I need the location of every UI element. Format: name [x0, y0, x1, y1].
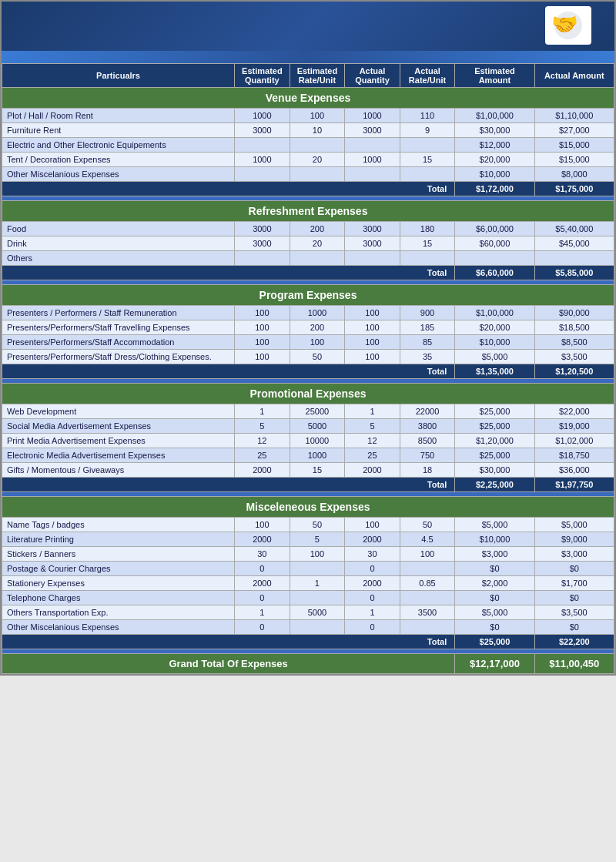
act-amount: $3,500 [534, 605, 614, 620]
est-amount: $0 [455, 591, 534, 605]
act-amount: $19,000 [534, 419, 614, 434]
est-amount: $25,000 [455, 404, 534, 419]
act-qty: 1 [345, 404, 400, 419]
logo: 🤝 [545, 6, 591, 45]
header: 🤝 [2, 2, 614, 51]
row-label: Others [2, 251, 235, 266]
est-amount: $1,00,000 [455, 306, 534, 320]
act-amount: $0 [534, 591, 614, 605]
est-qty: 2000 [235, 532, 290, 547]
est-rate: 1 [290, 576, 345, 591]
row-label: Other Miscelanious Expenses [2, 620, 235, 635]
table-row: Plot / Hall / Room Rent 1000 100 1000 11… [2, 109, 614, 123]
act-qty: 5 [345, 419, 400, 434]
col-act-qty: Actual Quantity [345, 64, 400, 88]
table-row: Drink 3000 20 3000 15 $60,000 $45,000 [2, 236, 614, 251]
row-label: Social Media Advertisement Expenses [2, 419, 235, 434]
est-amount: $10,000 [455, 532, 534, 547]
est-rate: 10000 [290, 434, 345, 448]
act-qty: 100 [345, 350, 400, 364]
total-est: $2,25,000 [455, 478, 534, 492]
act-amount: $15,000 [534, 138, 614, 153]
act-amount: $36,000 [534, 463, 614, 478]
act-rate: 180 [400, 222, 455, 236]
est-qty: 100 [235, 320, 290, 335]
act-qty [345, 167, 400, 182]
est-amount: $30,000 [455, 463, 534, 478]
act-amount: $18,750 [534, 448, 614, 463]
est-qty: 3000 [235, 123, 290, 138]
est-rate: 5000 [290, 605, 345, 620]
total-act: $1,75,000 [534, 182, 614, 196]
act-qty: 100 [345, 306, 400, 320]
est-rate [290, 620, 345, 635]
est-qty: 1000 [235, 153, 290, 167]
act-qty [345, 251, 400, 266]
act-qty: 2000 [345, 463, 400, 478]
row-label: Presenters/Performers/Staff Travelling E… [2, 320, 235, 335]
est-amount: $12,000 [455, 138, 534, 153]
est-qty: 0 [235, 591, 290, 605]
est-rate: 100 [290, 109, 345, 123]
grand-total-row: Grand Total Of Expenses $12,17,000 $11,0… [2, 654, 614, 674]
expenses-table: Particualrs Estimated Quantity Estimated… [2, 63, 614, 674]
act-amount: $0 [534, 562, 614, 576]
act-amount: $1,10,000 [534, 109, 614, 123]
table-row: Other Miscelanious Expenses 0 0 $0 $0 [2, 620, 614, 635]
table-row: Stickers / Banners 30 100 30 100 $3,000 … [2, 547, 614, 562]
act-qty: 1 [345, 605, 400, 620]
grand-total-label: Grand Total Of Expenses [2, 654, 455, 674]
table-row: Food 3000 200 3000 180 $6,00,000 $5,40,0… [2, 222, 614, 236]
est-rate: 200 [290, 222, 345, 236]
est-amount: $5,000 [455, 605, 534, 620]
row-label: Stationery Expenses [2, 576, 235, 591]
table-row: Furniture Rent 3000 10 3000 9 $30,000 $2… [2, 123, 614, 138]
est-qty: 3000 [235, 222, 290, 236]
act-qty: 2000 [345, 576, 400, 591]
row-label: Other Miscelanious Expenses [2, 167, 235, 182]
act-amount: $90,000 [534, 306, 614, 320]
table-row: Presenters/Performers/Staff Accommodatio… [2, 335, 614, 350]
col-est-qty: Estimated Quantity [235, 64, 290, 88]
est-rate: 200 [290, 320, 345, 335]
act-amount: $15,000 [534, 153, 614, 167]
est-amount: $25,000 [455, 419, 534, 434]
total-label: Total [2, 635, 455, 649]
est-qty: 12 [235, 434, 290, 448]
act-rate: 3800 [400, 419, 455, 434]
section-header-4: Misceleneous Expenses [2, 497, 614, 518]
est-amount: $20,000 [455, 320, 534, 335]
act-rate [400, 562, 455, 576]
row-label: Plot / Hall / Room Rent [2, 109, 235, 123]
row-label: Telephone Charges [2, 591, 235, 605]
table-row: Electric and Other Electronic Equipement… [2, 138, 614, 153]
est-qty: 5 [235, 419, 290, 434]
table-row: Social Media Advertisement Expenses 5 50… [2, 419, 614, 434]
act-rate [400, 251, 455, 266]
act-amount: $1,700 [534, 576, 614, 591]
row-label: Print Media Advertisement Expenses [2, 434, 235, 448]
est-amount: $30,000 [455, 123, 534, 138]
act-qty [345, 138, 400, 153]
est-amount: $10,000 [455, 167, 534, 182]
est-amount: $1,20,000 [455, 434, 534, 448]
act-rate: 22000 [400, 404, 455, 419]
act-amount: $27,000 [534, 123, 614, 138]
est-qty: 25 [235, 448, 290, 463]
est-rate: 100 [290, 335, 345, 350]
total-label: Total [2, 266, 455, 280]
est-qty: 1 [235, 605, 290, 620]
act-amount: $8,000 [534, 167, 614, 182]
col-act-amount: Actual Amount [534, 64, 614, 88]
est-qty: 3000 [235, 236, 290, 251]
est-qty: 30 [235, 547, 290, 562]
row-label: Presenters / Performers / Staff Remunera… [2, 306, 235, 320]
est-qty: 2000 [235, 463, 290, 478]
act-rate: 15 [400, 236, 455, 251]
est-qty [235, 138, 290, 153]
est-qty: 100 [235, 350, 290, 364]
table-row: Literature Printing 2000 5 2000 4.5 $10,… [2, 532, 614, 547]
row-label: Stickers / Banners [2, 547, 235, 562]
act-qty: 100 [345, 518, 400, 532]
act-amount: $9,000 [534, 532, 614, 547]
